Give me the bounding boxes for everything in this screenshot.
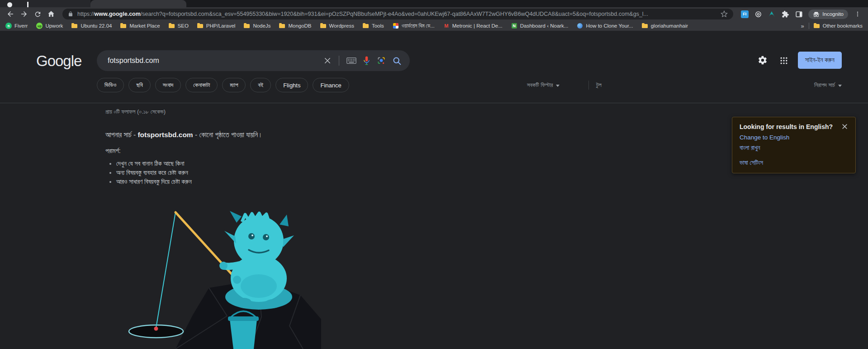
bookmarks-overflow-button[interactable]: »: [801, 23, 804, 29]
google-apps-button[interactable]: [778, 55, 790, 67]
bookmark-icon: [642, 23, 648, 29]
result-tab[interactable]: বই: [250, 78, 271, 92]
bookmark-item[interactable]: NodeJs: [244, 23, 270, 29]
chevron-down-icon: [838, 85, 842, 87]
search-box[interactable]: fotsportsbd.com: [97, 50, 410, 71]
bookmark-label: Dashboard ‹ Noark...: [520, 23, 569, 29]
address-bar[interactable]: https://www.google.com/search?q=fotsport…: [62, 9, 733, 19]
keyboard-icon[interactable]: [346, 57, 356, 64]
all-filters-dropdown[interactable]: সবকটি ফিল্টার: [527, 78, 560, 92]
search-query-text[interactable]: fotsportsbd.com: [108, 57, 323, 65]
bookmark-icon: [71, 23, 78, 29]
language-popup-title: Looking for results in English?: [740, 123, 833, 130]
result-stats: প্রায় ০টি ফলাফল (০.১৮ সেকেন্ড): [105, 108, 166, 115]
suggestions-title: পরামর্শ:: [105, 147, 121, 155]
bookmark-label: Metronic | React De...: [452, 23, 503, 29]
language-popup-link[interactable]: বাংলা রাখুন: [740, 144, 848, 152]
tab-favicon: [7, 2, 12, 7]
bookmark-item[interactable]: Dashboard ‹ Noark...: [511, 23, 569, 29]
bookmark-icon: [5, 23, 12, 29]
side-panel-button[interactable]: [793, 9, 805, 19]
clear-search-icon[interactable]: [323, 57, 332, 65]
language-popup-link[interactable]: Change to English: [740, 134, 848, 141]
result-tab[interactable]: সংবাদ: [155, 78, 181, 92]
tools-button[interactable]: টুল: [596, 78, 602, 92]
close-icon[interactable]: [841, 123, 848, 130]
home-button[interactable]: [45, 8, 57, 20]
google-logo[interactable]: Google: [36, 53, 81, 70]
bookmark-item[interactable]: ওয়ার্ডপ্রেস থিম ডে...: [393, 23, 435, 29]
bookmark-item[interactable]: Ubuntu 22.04: [71, 23, 112, 29]
teal-wave-icon: [768, 10, 776, 18]
bookmark-item[interactable]: MongoDB: [279, 23, 311, 29]
bookmark-icon: [363, 23, 369, 29]
bookmark-item[interactable]: PHP/Laravel: [197, 23, 236, 29]
result-tab[interactable]: ছবি: [128, 78, 150, 92]
bookmark-item[interactable]: gloriahumanhair: [642, 23, 688, 29]
bookmark-item[interactable]: Tools: [363, 23, 384, 29]
gear-icon: [758, 55, 768, 65]
bookmark-item[interactable]: How to Clone Your...: [577, 23, 633, 29]
extension-teal-button[interactable]: [766, 9, 778, 19]
chevron-down-icon: [556, 85, 560, 87]
bookmark-item[interactable]: Metronic | React De...: [443, 23, 503, 29]
searched-query: fotsportsbd.com: [138, 131, 193, 139]
result-tab[interactable]: ম্যাপ: [222, 78, 246, 92]
suggestions-list: দেখুন যে সব বানান ঠিক আছে কিনা অন্য বিষয…: [107, 159, 192, 186]
extension-fi-button[interactable]: FI: [739, 9, 750, 19]
browser-tab-active[interactable]: [90, 0, 186, 7]
other-bookmarks-button[interactable]: Other bookmarks: [814, 23, 863, 29]
language-popup: Looking for results in English? Change t…: [732, 117, 856, 173]
bookmark-label: Fiverr: [14, 23, 28, 29]
bookmark-label: MongoDB: [288, 23, 311, 29]
bookmark-label: Wordpress: [329, 23, 354, 29]
result-tab[interactable]: Finance: [313, 78, 349, 92]
safesearch-dropdown[interactable]: নিরাপদ সার্চ: [814, 78, 842, 92]
voice-search-icon[interactable]: [363, 56, 370, 66]
bookmark-icon: [197, 23, 204, 29]
search-submit-icon[interactable]: [392, 56, 402, 66]
result-tab[interactable]: কেনাকাটা: [185, 78, 218, 92]
result-tab[interactable]: Flights: [275, 78, 308, 92]
bookmark-item[interactable]: Upwork: [36, 23, 63, 29]
browser-menu-button[interactable]: [852, 9, 863, 19]
bookmark-label: gloriahumanhair: [651, 23, 688, 29]
bookmark-star-icon[interactable]: [721, 10, 728, 18]
result-tab[interactable]: ভিডিও: [97, 78, 124, 92]
browser-tab-inactive[interactable]: [0, 0, 90, 7]
lens-search-icon[interactable]: [377, 56, 386, 65]
bookmark-label: NodeJs: [253, 23, 270, 29]
signin-button[interactable]: সাইন-ইন করুন: [798, 52, 842, 69]
bookmark-label: Ubuntu 22.04: [81, 23, 112, 29]
language-popup-links: Change to English বাংলা রাখুন ভাষা সেটিং…: [740, 134, 848, 167]
bookmark-label: SEO: [178, 23, 189, 29]
incognito-badge: Incognito: [808, 10, 848, 19]
forward-button[interactable]: [18, 8, 30, 20]
bookmark-item[interactable]: Market Place: [120, 23, 160, 29]
fishing-monster-illustration: [109, 208, 321, 349]
reload-button[interactable]: [32, 8, 43, 20]
back-button[interactable]: [5, 8, 16, 20]
incognito-label: Incognito: [822, 11, 844, 17]
bookmark-item[interactable]: SEO: [169, 23, 189, 29]
extensions-puzzle-button[interactable]: [779, 9, 791, 19]
extension-fi-icon: FI: [741, 10, 749, 18]
incognito-icon: [813, 11, 820, 17]
bookmark-icon: [36, 23, 43, 29]
language-popup-link[interactable]: ভাষা সেটিংস: [740, 159, 848, 167]
suggestion-item: অন্য বিষয়বস্তু ব্যবহার করে চেষ্টা করুন: [116, 168, 192, 177]
extension-disc-button[interactable]: [752, 9, 764, 19]
kebab-menu-icon: [854, 10, 861, 18]
bookmark-icon: [393, 23, 399, 29]
bookmark-label: How to Clone Your...: [586, 23, 633, 29]
bookmark-icon: [244, 23, 250, 29]
bookmarks-list: Fiverr Upwork Ubuntu 22.04 Market Place …: [5, 23, 801, 29]
reload-icon: [34, 10, 42, 18]
bookmark-item[interactable]: Wordpress: [320, 23, 354, 29]
bookmark-item[interactable]: Fiverr: [5, 23, 28, 29]
bookmark-label: Upwork: [45, 23, 63, 29]
bookmark-icon: [443, 23, 450, 29]
settings-button[interactable]: [756, 54, 769, 67]
bookmark-icon: [120, 23, 127, 29]
puzzle-icon: [782, 10, 789, 18]
